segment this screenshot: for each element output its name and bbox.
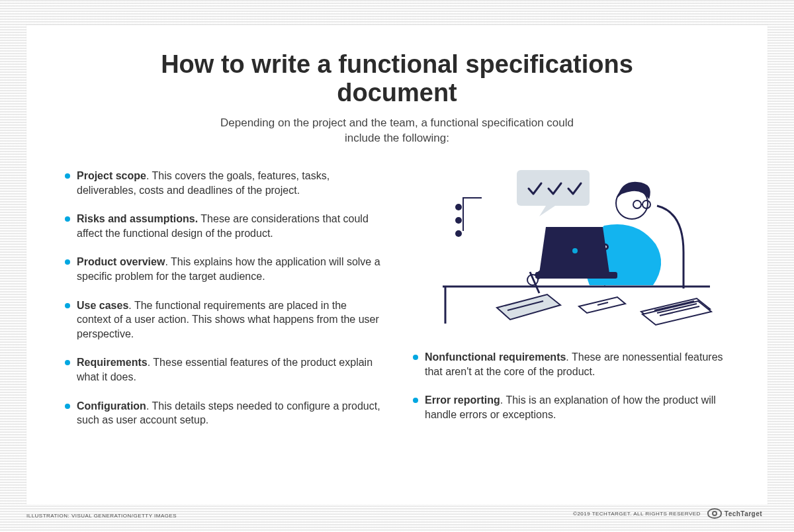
list-item: Project scope. This covers the goals, fe… — [65, 169, 381, 197]
page: How to write a functional specifications… — [0, 0, 794, 532]
item-term: Error reporting — [425, 394, 500, 406]
list-item: Error reporting. This is an explanation … — [413, 393, 729, 421]
item-term: Requirements — [77, 357, 148, 368]
list-item: Risks and assumptions. These are conside… — [65, 212, 381, 240]
list-item: Nonfunctional requirements. These are no… — [413, 350, 729, 378]
list-item: Requirements. These essential features o… — [65, 355, 381, 384]
left-column: Project scope. This covers the goals, fe… — [65, 169, 381, 442]
copyright-text: ©2019 TECHTARGET. ALL RIGHTS RESERVED — [573, 511, 701, 517]
item-term: Use cases — [77, 300, 128, 311]
list-item: Configuration. This details steps needed… — [65, 399, 381, 427]
item-term: Product overview — [77, 256, 165, 267]
brand-name: TechTarget — [725, 510, 762, 517]
content-card: How to write a functional specifications… — [26, 25, 768, 504]
illustration-credit: ILLUSTRATION: VISUAL GENERATION/GETTY IM… — [26, 513, 177, 519]
svg-point-1 — [455, 217, 462, 224]
copyright: ©2019 TECHTARGET. ALL RIGHTS RESERVED Te… — [573, 508, 762, 519]
spec-list-right: Nonfunctional requirements. These are no… — [413, 350, 729, 436]
eye-icon — [707, 508, 722, 519]
svg-point-11 — [572, 248, 578, 253]
page-title: How to write a functional specifications… — [146, 50, 648, 107]
svg-rect-10 — [535, 272, 617, 279]
techtarget-logo: TechTarget — [707, 508, 762, 519]
illustration — [413, 166, 729, 332]
svg-point-0 — [455, 204, 462, 210]
person-desk-illustration-icon — [419, 166, 723, 332]
list-item: Use cases. The functional requirements a… — [65, 298, 381, 341]
item-term: Nonfunctional requirements — [425, 351, 566, 363]
spec-list-left: Project scope. This covers the goals, fe… — [65, 169, 381, 427]
page-subtitle: Depending on the project and the team, a… — [212, 116, 582, 146]
list-item: Product overview. This explains how the … — [65, 255, 381, 283]
item-term: Risks and assumptions. — [77, 213, 198, 224]
svg-point-2 — [455, 230, 462, 237]
item-term: Project scope — [77, 170, 146, 181]
columns: Project scope. This covers the goals, fe… — [65, 169, 729, 442]
right-column: Nonfunctional requirements. These are no… — [413, 169, 729, 436]
item-term: Configuration — [77, 400, 146, 412]
